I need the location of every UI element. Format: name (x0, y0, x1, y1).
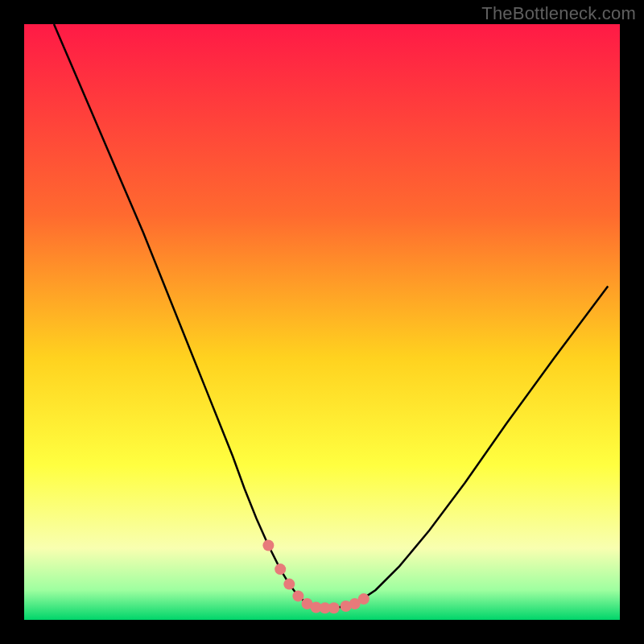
highlight-dot (262, 540, 274, 551)
highlight-dot (283, 579, 295, 590)
chart-stage: TheBottleneck.com (0, 0, 644, 644)
highlight-dots (262, 540, 369, 614)
highlight-dot (358, 593, 369, 605)
highlight-dot (275, 564, 286, 575)
curve-layer (24, 24, 620, 620)
plot-area (24, 24, 620, 620)
bottleneck-curve (54, 24, 608, 608)
watermark-text: TheBottleneck.com (481, 3, 636, 24)
highlight-dot (292, 590, 303, 601)
highlight-dot (328, 602, 340, 613)
